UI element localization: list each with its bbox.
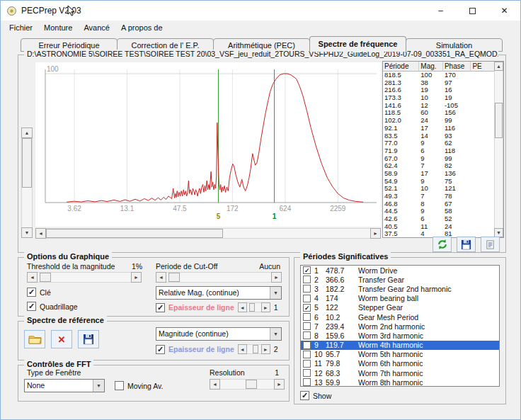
display-mode-dropdown[interactable]: Relative Mag. (continue)	[156, 286, 282, 300]
scroll-left-button[interactable]	[238, 344, 247, 354]
scroll-thumb[interactable]	[249, 303, 255, 312]
close-button[interactable]: ✕	[488, 1, 520, 21]
period-checkbox[interactable]	[303, 266, 311, 274]
table-row[interactable]: 49.3778	[383, 193, 494, 200]
scroll-track[interactable]	[38, 272, 131, 283]
period-checkbox[interactable]	[303, 295, 311, 302]
table-row[interactable]: 118.560156	[383, 109, 494, 117]
checkbox-box[interactable]	[27, 302, 36, 311]
period-checkbox[interactable]	[303, 276, 311, 283]
menu-item-1[interactable]: Monture	[38, 22, 78, 33]
scroll-right-button[interactable]	[261, 302, 270, 312]
period-list-item[interactable]: 7239.4Worm 2nd harmonic	[301, 322, 499, 331]
period-list-item[interactable]: 1359.9Worm 8th harmonic	[301, 378, 499, 387]
period-checkbox[interactable]	[303, 313, 311, 321]
table-row[interactable]: 102.02499	[383, 117, 494, 125]
period-list-item[interactable]: 1268.3Worm 7th harmonic	[301, 368, 499, 378]
save-button[interactable]	[457, 237, 476, 252]
period-list-item[interactable]: 5122Stepper Gear	[301, 303, 499, 312]
table-row[interactable]: 92.117116	[383, 125, 494, 132]
chart-vertical-scrollbar[interactable]	[21, 127, 33, 238]
scroll-track[interactable]	[21, 138, 33, 227]
threshold-slider[interactable]	[27, 272, 142, 283]
quadrillage-checkbox[interactable]: Quadrillage	[27, 302, 78, 311]
scroll-up-button[interactable]	[494, 62, 503, 71]
scroll-left-button[interactable]	[35, 228, 46, 239]
scroll-track[interactable]	[494, 71, 503, 228]
scroll-track[interactable]	[247, 344, 261, 354]
table-row[interactable]: 71.96118	[383, 147, 494, 155]
scroll-thumb[interactable]	[40, 273, 51, 282]
table-row[interactable]: 54.9975	[383, 178, 494, 186]
line-thickness-checkbox[interactable]	[156, 345, 165, 354]
scroll-right-button[interactable]	[261, 344, 270, 354]
period-list-item[interactable]: 3182.2Transfer Gear 2nd harmonic	[301, 284, 499, 293]
scroll-track[interactable]	[46, 228, 370, 239]
period-checkbox[interactable]	[303, 369, 311, 377]
column-header[interactable]: Mag.	[419, 62, 443, 72]
period-checkbox[interactable]	[303, 378, 311, 386]
table-row[interactable]: 58.917136	[383, 170, 494, 178]
table-row[interactable]: 818.5100170	[383, 72, 494, 79]
table-row[interactable]: 46.8867	[383, 200, 494, 208]
scroll-left-button[interactable]	[156, 272, 166, 283]
table-row[interactable]: 141.612-105	[383, 102, 494, 110]
table-row[interactable]: 77.0962	[383, 140, 494, 147]
scroll-right-button[interactable]	[370, 228, 381, 239]
scroll-track[interactable]	[247, 302, 261, 312]
window-type-dropdown[interactable]: None	[24, 379, 105, 392]
scroll-track[interactable]	[220, 379, 274, 390]
scroll-track[interactable]	[166, 272, 271, 283]
line-thickness-checkbox[interactable]	[156, 303, 165, 312]
line-thickness-spinner-2[interactable]	[238, 344, 270, 354]
column-header[interactable]: Phase	[443, 62, 471, 72]
scroll-thumb[interactable]	[168, 273, 180, 282]
period-checkbox[interactable]	[303, 341, 311, 349]
menu-item-3[interactable]: A propos de	[115, 22, 168, 33]
save-reference-button[interactable]	[78, 330, 99, 348]
period-list-item[interactable]: 1095.7Worm 5th harmonic	[301, 350, 499, 359]
chevron-down-icon[interactable]	[270, 287, 281, 299]
checkbox-box[interactable]	[300, 391, 309, 400]
column-header[interactable]: PE	[471, 62, 494, 72]
checkbox-box[interactable]	[27, 288, 36, 297]
checkbox-box[interactable]	[115, 381, 124, 390]
scroll-thumb[interactable]	[22, 138, 32, 188]
scroll-thumb[interactable]	[246, 380, 257, 389]
moving-average-checkbox[interactable]: Moving Av.	[115, 381, 163, 390]
report-button[interactable]	[481, 237, 500, 252]
show-checkbox[interactable]: Show	[300, 391, 331, 400]
refresh-button[interactable]	[433, 237, 452, 252]
period-checkbox[interactable]	[303, 322, 311, 330]
table-row[interactable]: 52.110121	[383, 185, 494, 193]
scroll-right-button[interactable]	[271, 272, 282, 283]
reference-mode-dropdown[interactable]: Magnitude (continue)	[156, 327, 282, 341]
maximize-button[interactable]	[457, 1, 488, 21]
chevron-down-icon[interactable]	[93, 380, 104, 392]
column-header[interactable]: Période	[383, 62, 419, 72]
scroll-thumb[interactable]	[46, 229, 223, 238]
table-row[interactable]: 44.5958	[383, 208, 494, 215]
table-row[interactable]: 83.51493	[383, 132, 494, 140]
period-list-item[interactable]: 9119.7Worm 4th harmonic	[301, 341, 499, 350]
period-list-item[interactable]: 8159.6Worm 3rd harmonic	[301, 331, 499, 340]
period-list-item[interactable]: 4174Worm bearing ball	[301, 294, 499, 303]
scroll-right-button[interactable]	[131, 272, 142, 283]
scroll-left-button[interactable]	[27, 272, 38, 283]
scroll-right-button[interactable]	[274, 379, 285, 390]
resolution-slider[interactable]	[210, 379, 285, 390]
scroll-thumb[interactable]	[253, 345, 258, 353]
chart-plot-area[interactable]: 3.6213.147.5172624225910051	[35, 62, 381, 227]
table-row[interactable]: 173.31019	[383, 94, 494, 102]
period-checkbox[interactable]	[303, 304, 311, 312]
table-row[interactable]: 67.0999	[383, 155, 494, 163]
period-list-item[interactable]: 1179.8Worm 6th harmonic	[301, 359, 499, 368]
cle-checkbox[interactable]: Clé	[27, 288, 51, 297]
period-checkbox[interactable]	[303, 351, 311, 358]
open-reference-button[interactable]	[24, 330, 45, 348]
menu-item-2[interactable]: Avancé	[78, 22, 115, 33]
line-thickness-spinner-1[interactable]	[238, 302, 270, 312]
table-scrollbar[interactable]	[494, 62, 503, 237]
table-row[interactable]: 40.51124	[383, 223, 494, 231]
tab-3[interactable]: Spectre de fréquence	[309, 36, 406, 52]
